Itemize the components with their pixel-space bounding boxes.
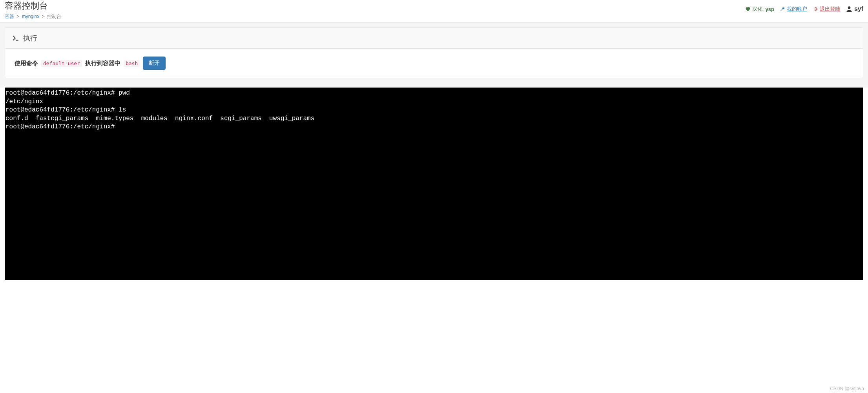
disconnect-button[interactable]: 断开	[143, 57, 166, 70]
svg-point-0	[848, 6, 851, 9]
account-label: 我的账户	[787, 5, 807, 13]
top-bar: 容器控制台 容器 > mynginx > 控制台 汉化: ysp 我的账户 退出…	[0, 0, 868, 23]
terminal[interactable]: root@edac64fd1776:/etc/nginx# pwd/etc/ng…	[5, 88, 863, 280]
cmd-value: default user	[41, 60, 82, 67]
translate-link[interactable]: 汉化: ysp	[745, 5, 774, 13]
translate-name: ysp	[765, 6, 774, 12]
user-name: syf	[854, 5, 863, 13]
logout-link[interactable]: 退出登陆	[813, 5, 840, 13]
signout-icon	[813, 6, 818, 12]
panel-body: 使用命令 default user 执行到容器中 bash 断开	[5, 49, 863, 78]
terminal-line: /etc/nginx	[5, 98, 863, 106]
breadcrumb: 容器 > mynginx > 控制台	[5, 13, 61, 20]
panel-header: 执行	[5, 28, 863, 49]
breadcrumb-sep: >	[42, 14, 45, 19]
terminal-line: root@edac64fd1776:/etc/nginx#	[5, 123, 863, 132]
breadcrumb-sep: >	[16, 14, 19, 19]
execute-panel: 执行 使用命令 default user 执行到容器中 bash 断开	[5, 27, 863, 78]
top-right: 汉化: ysp 我的账户 退出登陆 syf	[745, 0, 863, 13]
user-block[interactable]: syf	[846, 5, 863, 13]
translate-prefix: 汉化:	[752, 5, 764, 13]
prompt-icon	[12, 35, 19, 42]
terminal-line: root@edac64fd1776:/etc/nginx# ls	[5, 106, 863, 115]
top-left: 容器控制台 容器 > mynginx > 控制台	[5, 0, 61, 20]
heart-icon	[745, 6, 751, 12]
breadcrumb-containers[interactable]: 容器	[5, 14, 14, 19]
label-cmd: 使用命令	[15, 60, 38, 67]
logout-label: 退出登陆	[820, 5, 840, 13]
label-into: 执行到容器中	[85, 60, 120, 67]
execute-title: 执行	[23, 33, 37, 43]
breadcrumb-current: 控制台	[47, 14, 61, 19]
account-link[interactable]: 我的账户	[780, 5, 807, 13]
terminal-line: root@edac64fd1776:/etc/nginx# pwd	[5, 89, 863, 98]
terminal-line: conf.d fastcgi_params mime.types modules…	[5, 115, 863, 123]
wrench-icon	[780, 6, 785, 12]
breadcrumb-container-name[interactable]: mynginx	[22, 14, 40, 19]
content-area: 执行 使用命令 default user 执行到容器中 bash 断开	[0, 23, 868, 88]
user-icon	[846, 5, 853, 13]
page-title: 容器控制台	[5, 0, 61, 12]
shell-value: bash	[124, 60, 140, 67]
